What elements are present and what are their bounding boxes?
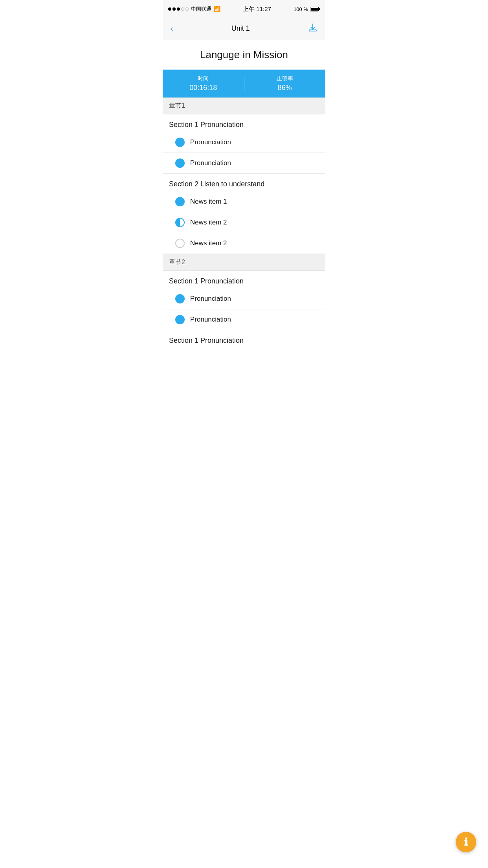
download-button[interactable]	[306, 21, 319, 36]
circle-half-icon	[175, 218, 185, 227]
signal-dots	[168, 7, 189, 11]
section-title-c1s2: Section 2 Listen to understand	[163, 174, 325, 191]
svg-rect-0	[309, 30, 316, 31]
section-title-c2s2: Section 1 Pronunciation	[163, 330, 325, 348]
list-item-text: Pronunciation	[190, 295, 231, 303]
battery-percent: 100 %	[294, 6, 308, 12]
dot-4	[181, 7, 184, 11]
circle-full-icon	[175, 294, 185, 303]
chapter-1-label: 章节1	[169, 102, 185, 109]
status-bar: 中国联通 📶 上午 11:27 100 %	[163, 0, 325, 17]
list-item[interactable]: News item 1	[163, 191, 325, 212]
list-item[interactable]: News item 2	[163, 233, 325, 254]
section-title-c2s1: Section 1 Pronunciation	[163, 271, 325, 289]
list-item[interactable]: Pronunciation	[163, 132, 325, 153]
stats-accuracy-label: 正确率	[244, 75, 326, 82]
dot-3	[177, 7, 180, 11]
circle-empty-icon	[175, 239, 185, 248]
status-right: 100 %	[294, 6, 320, 12]
carrier-label: 中国联通	[191, 6, 211, 13]
wifi-icon: 📶	[214, 6, 220, 12]
stats-time: 时间 00:16:18	[163, 75, 244, 92]
circle-full-icon	[175, 197, 185, 206]
list-item[interactable]: Pronunciation	[163, 153, 325, 174]
list-item-text: Pronunciation	[190, 159, 231, 167]
chapter-header-2: 章节2	[163, 254, 325, 271]
list-item[interactable]: News item 2	[163, 212, 325, 233]
list-item[interactable]: Pronunciation	[163, 289, 325, 309]
page-title: Languge in Mission	[163, 40, 325, 70]
section-title-c1s1: Section 1 Pronunciation	[163, 114, 325, 132]
list-item-text: News item 2	[190, 239, 227, 247]
dot-1	[168, 7, 171, 11]
list-item-text: News item 1	[190, 198, 227, 206]
list-item-text: News item 2	[190, 219, 227, 226]
dot-2	[172, 7, 176, 11]
circle-full-icon	[175, 158, 185, 168]
status-time: 上午 11:27	[243, 6, 271, 13]
list-item-text: Pronunciation	[190, 316, 231, 324]
stats-time-label: 时间	[163, 75, 244, 82]
circle-full-icon	[175, 315, 185, 324]
status-left: 中国联通 📶	[168, 6, 220, 13]
nav-title: Unit 1	[231, 24, 250, 33]
chapter-header-1: 章节1	[163, 97, 325, 114]
circle-full-icon	[175, 138, 185, 147]
stats-bar: 时间 00:16:18 正确率 86%	[163, 70, 325, 97]
list-item-text: Pronunciation	[190, 138, 231, 146]
chapter-2-label: 章节2	[169, 259, 185, 265]
stats-time-value: 00:16:18	[163, 84, 244, 92]
battery-icon	[310, 7, 320, 11]
dot-5	[185, 7, 189, 11]
back-button[interactable]: ‹	[169, 22, 175, 35]
list-item[interactable]: Pronunciation	[163, 309, 325, 330]
download-icon	[308, 23, 317, 32]
nav-bar: ‹ Unit 1	[163, 17, 325, 40]
stats-accuracy-value: 86%	[244, 84, 326, 92]
stats-accuracy: 正确率 86%	[244, 75, 326, 92]
